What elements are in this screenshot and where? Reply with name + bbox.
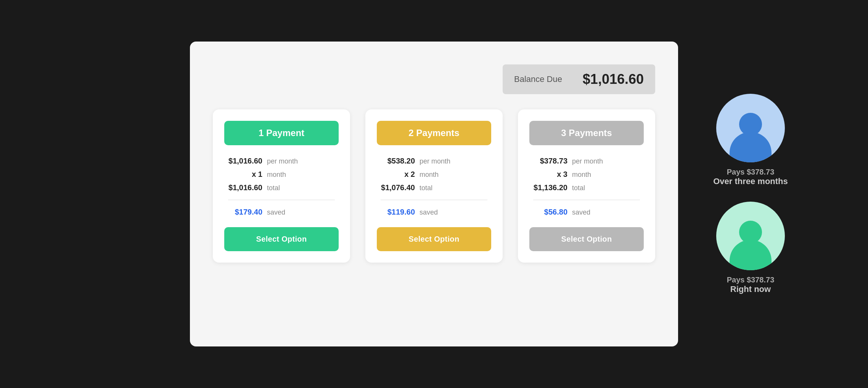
avatar-duration-1: Over three months <box>713 176 788 186</box>
detail-row-multiplier: x 2 month <box>381 170 487 179</box>
divider <box>533 200 640 200</box>
card-one-payment-details: $1,016.60 per month x 1 month $1,016.60 … <box>224 157 339 216</box>
page-container: Balance Due $1,016.60 1 Payment $1,016.6… <box>0 0 868 388</box>
total-value: $1,136.20 <box>533 183 567 192</box>
detail-row-per-month: $538.20 per month <box>381 157 487 165</box>
avatar-text-1: Pays $378.73 Over three months <box>713 168 788 186</box>
multiplier-value: x 1 <box>228 170 262 179</box>
per-month-value: $538.20 <box>381 157 415 165</box>
detail-row-total: $1,016.60 total <box>228 183 335 192</box>
right-sidebar: Pays $378.73 Over three months Pays $378… <box>693 94 808 294</box>
saved-label: saved <box>267 208 285 216</box>
per-month-label: per month <box>267 157 298 165</box>
total-label: total <box>572 184 585 192</box>
avatar-person-blue <box>730 113 772 162</box>
saved-label: saved <box>572 208 590 216</box>
per-month-value: $378.73 <box>533 157 567 165</box>
detail-row-saved: $179.40 saved <box>228 208 335 216</box>
balance-label: Balance Due <box>514 74 562 84</box>
avatar-body-blue <box>730 132 772 162</box>
avatar-body-green <box>730 240 772 270</box>
avatar-circle-blue <box>716 94 785 162</box>
detail-row-per-month: $1,016.60 per month <box>228 157 335 165</box>
total-value: $1,016.60 <box>228 183 262 192</box>
total-label: total <box>420 184 432 192</box>
total-label: total <box>267 184 280 192</box>
detail-row-total: $1,076.40 total <box>381 183 487 192</box>
card-three-payments-header: 3 Payments <box>529 121 644 145</box>
select-option-button-1[interactable]: Select Option <box>224 227 339 251</box>
avatar-text-2: Pays $378.73 Right now <box>727 276 775 294</box>
saved-value: $119.60 <box>381 208 415 216</box>
per-month-label: per month <box>420 157 450 165</box>
avatar-pays-2: Pays $378.73 <box>727 276 775 284</box>
avatar-person-green <box>730 221 772 270</box>
multiplier-value: x 3 <box>533 170 567 179</box>
avatar-section-1: Pays $378.73 Over three months <box>713 94 788 186</box>
balance-amount: $1,016.60 <box>583 71 644 87</box>
card-two-payments: 2 Payments $538.20 per month x 2 month $… <box>365 109 503 263</box>
balance-bar: Balance Due $1,016.60 <box>503 64 655 94</box>
detail-row-multiplier: x 3 month <box>533 170 640 179</box>
detail-row-saved: $119.60 saved <box>381 208 487 216</box>
divider <box>381 200 487 200</box>
saved-label: saved <box>420 208 438 216</box>
select-option-button-2[interactable]: Select Option <box>377 227 491 251</box>
saved-value: $56.80 <box>533 208 567 216</box>
detail-row-total: $1,136.20 total <box>533 183 640 192</box>
multiplier-label: month <box>420 171 439 179</box>
cards-row: 1 Payment $1,016.60 per month x 1 month … <box>213 109 655 263</box>
saved-value: $179.40 <box>228 208 262 216</box>
card-two-payments-details: $538.20 per month x 2 month $1,076.40 to… <box>377 157 491 216</box>
balance-section: Balance Due $1,016.60 <box>503 64 655 94</box>
card-one-payment-header: 1 Payment <box>224 121 339 145</box>
multiplier-label: month <box>267 171 286 179</box>
detail-row-multiplier: x 1 month <box>228 170 335 179</box>
per-month-label: per month <box>572 157 603 165</box>
detail-row-per-month: $378.73 per month <box>533 157 640 165</box>
detail-row-saved: $56.80 saved <box>533 208 640 216</box>
total-value: $1,076.40 <box>381 183 415 192</box>
per-month-value: $1,016.60 <box>228 157 262 165</box>
card-three-payments-details: $378.73 per month x 3 month $1,136.20 to… <box>529 157 644 216</box>
multiplier-value: x 2 <box>381 170 415 179</box>
main-content: Balance Due $1,016.60 1 Payment $1,016.6… <box>190 42 678 346</box>
divider <box>228 200 335 200</box>
card-three-payments: 3 Payments $378.73 per month x 3 month $… <box>518 109 655 263</box>
select-option-button-3[interactable]: Select Option <box>529 227 644 251</box>
multiplier-label: month <box>572 171 591 179</box>
avatar-section-2: Pays $378.73 Right now <box>716 202 785 294</box>
card-one-payment: 1 Payment $1,016.60 per month x 1 month … <box>213 109 350 263</box>
card-two-payments-header: 2 Payments <box>377 121 491 145</box>
avatar-duration-2: Right now <box>727 284 775 294</box>
avatar-circle-green <box>716 202 785 270</box>
avatar-pays-1: Pays $378.73 <box>713 168 788 176</box>
